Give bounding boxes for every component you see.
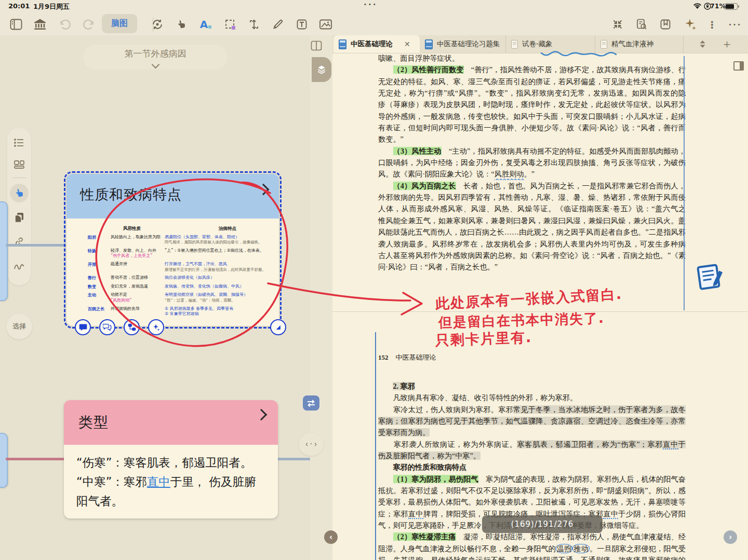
node-tree-button[interactable] [124, 319, 140, 335]
branch-line [6, 244, 66, 247]
collapse-left-handle[interactable]: ‹ [324, 530, 338, 544]
hand-tool-button[interactable] [173, 17, 189, 32]
card-table-cell: 阳邪 [88, 235, 109, 245]
card-table-cell: 易袭阳位（头面部、背部、体表、阳经）同气相求，属阳的风邪易被人体的阳位吸引，就像… [165, 235, 275, 245]
wifi-icon [693, 3, 702, 9]
card-text-line: “伤寒”：寒客肌表，郁遏卫阳者。 [76, 456, 252, 469]
image-tool-button[interactable] [318, 17, 333, 32]
sync-gear-button[interactable] [150, 17, 165, 32]
tab-label: 试卷-藏象 [522, 39, 553, 49]
page-number: 152 [378, 353, 389, 361]
select-region-button[interactable] [222, 17, 238, 32]
overflow-menu-button[interactable]: ••• [727, 17, 743, 32]
scribble-tool-button[interactable] [11, 258, 27, 274]
page-margin-line [684, 56, 685, 310]
expand-tool-button[interactable] [246, 17, 262, 32]
textbox-tool-button[interactable] [294, 17, 310, 32]
pdf-text-line: 损，失其温煦，易使经脉气血运行不畅，甚或凝结阻滞不通，不通则痛。故疼痛是寒邪致病… [378, 554, 686, 560]
card-table-row: 数变变幻无常，发病迅速发病急、传变快、变化快（如癫病、中风） [88, 284, 275, 290]
tab-document[interactable]: 中医基础理论习题集 [420, 35, 506, 53]
card-title: 类型 [78, 413, 109, 432]
ai-actions-button[interactable] [148, 319, 164, 335]
pdf-text-line: 导的外感病，一般发病急，传变也较快。如风中于头面，可突发口眼喎斜；小儿风水证，起… [378, 111, 686, 122]
multitask-indicator-icon: ••• [364, 2, 378, 7]
handwritten-note: 此处原本有一张嵌入式留白. [435, 285, 623, 313]
battery-icon [725, 3, 738, 10]
back-icon[interactable]: ‹ [305, 440, 309, 449]
close-tab-icon[interactable]: ✕ [404, 40, 410, 48]
comment-button[interactable] [75, 319, 91, 335]
card-table-rows: 阳邪风轻扬向上，取象比类为阳易袭阳位（头面部、背部、体表、阳经）同气相求，属阳的… [88, 235, 275, 320]
tab-document[interactable]: 精气血津液神 [595, 35, 684, 53]
library-button[interactable] [32, 17, 48, 32]
card-table-cell: 动摇不定“风胜则动” [111, 292, 163, 303]
comments-list-button[interactable] [99, 319, 115, 335]
root-node-title: 第一节外感病因 [83, 45, 228, 60]
tab-document[interactable]: 试卷-藏象 [506, 35, 595, 53]
document-search-button[interactable] [634, 17, 649, 32]
history-navigation[interactable]: ‹ · › [299, 433, 324, 456]
more-options-button[interactable]: ⋮ [704, 17, 720, 32]
collapse-view-button[interactable] [610, 17, 625, 32]
select-button-label: 选择 [12, 322, 26, 331]
mindmap-card-types[interactable]: 类型 “伤寒”：寒客肌表，郁遏卫阳者。 “中寒”：寒邪直中于里， 伤及脏腑 阳气… [64, 400, 278, 518]
card-layout-button[interactable] [11, 157, 27, 172]
pdf-text-line: 2. 寒邪 [378, 380, 686, 392]
link-tool-button[interactable] [11, 234, 27, 249]
page-header: 152中医基础理论 [378, 353, 436, 362]
hand-pointer-tool[interactable] [11, 185, 27, 201]
pen-tool-button[interactable] [270, 17, 286, 32]
mindmap-card-properties[interactable]: 性质和致病特点 风邪性质 治病特点 阳邪风轻扬向上，取象比类为阳易袭阳位（头面部… [66, 174, 279, 326]
redo-button[interactable] [81, 17, 97, 32]
undo-button[interactable] [57, 17, 73, 32]
mindmap-root-node[interactable]: 第一节外感病因 [83, 45, 228, 70]
note-marker-icon[interactable] [695, 261, 726, 293]
sidebar-toggle-button[interactable] [8, 17, 24, 32]
pdf-text-line: 寒邪袭人所致病证，称为外寒病证。寒客肌表，郁遏卫阳者，称为“伤寒”；寒邪直中于里… [378, 439, 686, 450]
card-table-row: 阳邪风轻扬向上，取象比类为阳易袭阳位（头面部、背部、体表、阳经）同气相求，属阳的… [88, 235, 275, 245]
bookmark-button[interactable] [658, 17, 673, 32]
copy-cards-button[interactable] [11, 210, 27, 225]
pdf-text-line: 抵抗。若寒邪过盛，则阳气不仅不足以驱除寒邪，反为寒邪所伤，即“阴盛则阳病”。所以… [378, 485, 686, 496]
collapse-branch-button[interactable] [270, 319, 286, 335]
outline-list-button[interactable] [11, 135, 27, 151]
layers-drawer-handle[interactable] [312, 57, 331, 82]
swap-panels-button[interactable] [303, 395, 319, 411]
more-vertical-icon: ⋮ [707, 19, 717, 30]
card-table-cell: 数变 [88, 284, 109, 290]
card-body-text: “伤寒”：寒客肌表，郁遏卫阳者。 “中寒”：寒邪直中于里， 伤及脏腑 阳气者。 [76, 453, 271, 511]
expand-right-handle[interactable]: › [724, 530, 737, 544]
page-icon [600, 40, 607, 49]
pdf-text-line: 受寒邪而为病。 [378, 427, 686, 438]
offscreen-card-edge[interactable] [0, 201, 8, 301]
card-text-line: “中寒”：寒邪 [76, 475, 147, 488]
book-title: 中医基础理论 [396, 353, 436, 361]
pdf-text-line: （3）风性主动 “主动”，指风邪致病具有动摇不定的特征。如感受外风而面部肌肉颤动… [378, 145, 686, 157]
offscreen-card-edge[interactable] [0, 433, 8, 488]
ai-sparkle-button[interactable] [683, 17, 698, 32]
pdf-text-line: 寒邪的性质和致病特点 [378, 461, 686, 473]
mindmap-side-toolbar [7, 128, 31, 285]
highlight-tool-button[interactable]: A [198, 17, 213, 32]
pdf-page-1-text: 咳嗽、面目浮肿等症状。 （2）风性善行而数变 “善行”，指风性善动不居，游移不定… [378, 52, 686, 273]
add-tab-button[interactable]: ＋ [721, 36, 732, 52]
select-mode-button[interactable]: 选择 [6, 313, 32, 339]
main-toolbar: 脑图 A [0, 12, 748, 35]
pdf-text-line: 惟风能全兼五气，如兼寒则风寒，兼暑则曰暑风，兼湿曰风湿，兼燥曰风燥，兼火曰风火。… [378, 215, 686, 226]
tab-document-active[interactable]: 中医基础理论 ✕ [333, 35, 420, 53]
forward-icon[interactable]: › [314, 440, 317, 449]
card-table-cell: 变幻无常，发病迅速 [111, 284, 163, 290]
tab-label: 中医基础理论习题集 [437, 39, 500, 49]
app-window: 20:01 1月9日周五 ••• 71% 脑图 [0, 0, 748, 560]
card-table-cell: 轻扬 [88, 248, 109, 259]
card-table-cell: 疏通开泄 [111, 262, 163, 272]
pdf-text-line: 无定处，称为“行痹”或“风痹”。“数变”，指风邪致病变幻无常，发病迅速。如因风而… [378, 87, 686, 99]
card-table-cell: 轻浮、发散、向上、向外“伤于风者，上先受之” [111, 248, 163, 259]
split-view-button[interactable] [311, 40, 322, 51]
term-link[interactable]: 直中 [147, 475, 170, 488]
tab-sort-button[interactable] [699, 40, 706, 48]
mindmap-mode-button[interactable]: 脑图 [102, 14, 137, 33]
branch-line-pink [6, 458, 66, 460]
pdf-sidebar-toggle-icon[interactable] [733, 61, 744, 71]
card-table-row: 善行善动不居，位置游移病位会游移变化（如风疹） [88, 275, 275, 281]
